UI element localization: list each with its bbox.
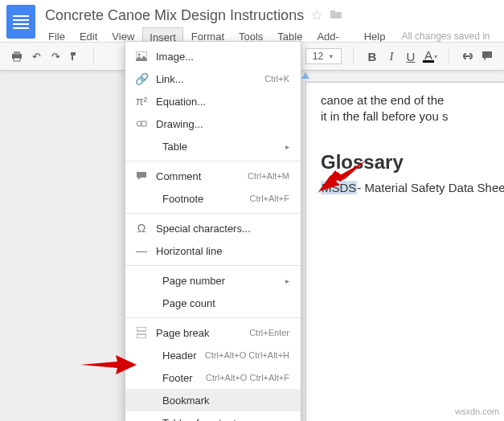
svg-rect-2 bbox=[14, 58, 20, 61]
shortcut: Ctrl+Alt+F bbox=[249, 194, 289, 203]
separator bbox=[449, 47, 449, 65]
menu-label: Special characters... bbox=[156, 223, 289, 235]
menu-label: Table bbox=[162, 141, 285, 153]
body-text: it in the fall before you s bbox=[321, 108, 504, 125]
menu-item-page-break[interactable]: Page break Ctrl+Enter bbox=[125, 321, 301, 344]
separator bbox=[125, 161, 301, 161]
menu-item-image[interactable]: Image... bbox=[125, 45, 301, 67]
shortcut: Ctrl+K bbox=[264, 74, 289, 84]
bold-button[interactable]: B bbox=[365, 49, 379, 63]
text-color-button[interactable]: A ▾ bbox=[423, 49, 437, 63]
paint-format-icon[interactable] bbox=[68, 49, 82, 63]
separator bbox=[125, 317, 301, 318]
menu-item-equation[interactable]: π² Equation... bbox=[125, 90, 301, 112]
menu-label: Page break bbox=[156, 327, 249, 339]
menu-label: Equation... bbox=[156, 96, 289, 108]
annotation-arrow bbox=[318, 161, 366, 193]
menu-label: Table of contents bbox=[162, 417, 289, 422]
svg-rect-6 bbox=[141, 121, 146, 126]
omega-icon: Ω bbox=[133, 222, 150, 235]
shortcut: Ctrl+Alt+M bbox=[248, 171, 289, 181]
docs-logo[interactable] bbox=[6, 5, 35, 39]
menu-item-footnote[interactable]: Footnote Ctrl+Alt+F bbox=[125, 187, 301, 210]
drawing-icon bbox=[133, 119, 150, 129]
insert-link-icon[interactable] bbox=[461, 49, 475, 63]
print-icon[interactable] bbox=[10, 49, 24, 63]
hline-icon: — bbox=[133, 244, 150, 257]
menu-item-table[interactable]: Table ▸ bbox=[125, 135, 301, 157]
menu-label: Page count bbox=[162, 297, 289, 309]
dropdown-icon: ▼ bbox=[328, 53, 334, 60]
menu-label: Image... bbox=[156, 51, 289, 63]
menu-item-page-number[interactable]: Page number ▸ bbox=[125, 269, 301, 292]
document-page[interactable]: canoe at the end of the it in the fall b… bbox=[305, 82, 504, 421]
menu-label: Header bbox=[162, 349, 205, 362]
underline-button[interactable]: U bbox=[404, 49, 418, 63]
menu-item-bookmark[interactable]: Bookmark bbox=[125, 389, 301, 411]
submenu-icon: ▸ bbox=[285, 276, 289, 285]
svg-rect-7 bbox=[137, 327, 146, 331]
insert-menu-dropdown: Image... 🔗 Link... Ctrl+K π² Equation...… bbox=[125, 41, 301, 421]
separator bbox=[125, 213, 301, 214]
menu-item-special-characters[interactable]: Ω Special characters... bbox=[125, 217, 301, 239]
insert-comment-icon[interactable] bbox=[480, 49, 494, 63]
folder-icon[interactable] bbox=[330, 7, 342, 24]
submenu-icon: ▸ bbox=[285, 142, 289, 151]
doc-title[interactable]: Concrete Canoe Mix Design Instructions bbox=[45, 7, 304, 24]
menu-label: Comment bbox=[156, 170, 248, 182]
menu-item-link[interactable]: 🔗 Link... Ctrl+K bbox=[125, 67, 301, 90]
menu-item-page-count[interactable]: Page count bbox=[125, 292, 301, 314]
menu-label: Drawing... bbox=[156, 118, 289, 130]
menu-label: Horizontal line bbox=[156, 245, 289, 257]
menu-item-table-of-contents[interactable]: Table of contents bbox=[125, 411, 301, 421]
redo-icon[interactable]: ↷ bbox=[48, 49, 63, 63]
annotation-arrow bbox=[80, 354, 137, 378]
body-text: canoe at the end of the bbox=[321, 92, 504, 108]
shortcut: Ctrl+Alt+O Ctrl+Alt+H bbox=[205, 350, 289, 360]
undo-icon[interactable]: ↶ bbox=[29, 49, 43, 63]
star-icon[interactable]: ☆ bbox=[310, 6, 323, 24]
link-icon: 🔗 bbox=[133, 72, 150, 85]
menu-item-comment[interactable]: Comment Ctrl+Alt+M bbox=[125, 165, 301, 187]
watermark: wsxdn.com bbox=[455, 407, 499, 416]
comment-icon bbox=[133, 171, 150, 181]
svg-rect-8 bbox=[137, 334, 146, 338]
svg-point-5 bbox=[137, 121, 141, 126]
font-size-value: 12 bbox=[313, 51, 323, 62]
separator bbox=[353, 47, 354, 65]
menu-label: Bookmark bbox=[162, 394, 289, 407]
menu-label: Footnote bbox=[162, 193, 249, 205]
menu-item-header[interactable]: Header Ctrl+Alt+O Ctrl+Alt+H bbox=[125, 344, 301, 366]
image-icon bbox=[133, 51, 150, 61]
font-size-input[interactable]: 12 ▼ bbox=[305, 48, 342, 64]
italic-button[interactable]: I bbox=[384, 49, 399, 63]
menu-item-footer[interactable]: Footer Ctrl+Alt+O Ctrl+Alt+F bbox=[125, 366, 301, 389]
menu-label: Page number bbox=[162, 275, 285, 287]
menu-item-drawing[interactable]: Drawing... bbox=[125, 112, 301, 135]
menu-item-horizontal-line[interactable]: — Horizontal line bbox=[125, 239, 301, 262]
separator bbox=[125, 265, 301, 266]
menu-label: Footer bbox=[162, 372, 206, 384]
equation-icon: π² bbox=[133, 95, 150, 108]
separator bbox=[93, 47, 94, 65]
svg-point-4 bbox=[138, 54, 141, 56]
menu-label: Link... bbox=[156, 73, 264, 85]
glossary-text: - Material Safety Data Sheets bbox=[357, 181, 504, 194]
svg-rect-1 bbox=[14, 51, 20, 55]
shortcut: Ctrl+Enter bbox=[249, 328, 289, 337]
shortcut: Ctrl+Alt+O Ctrl+Alt+F bbox=[206, 373, 289, 382]
pagebreak-icon bbox=[133, 327, 150, 338]
